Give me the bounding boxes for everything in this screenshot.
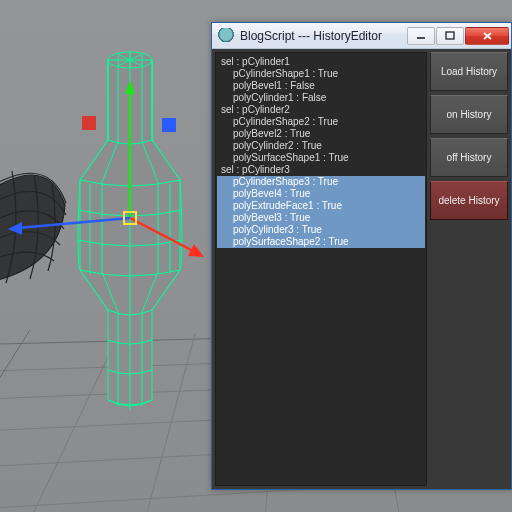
on-history-button[interactable]: on History — [430, 95, 508, 134]
svg-line-6 — [0, 330, 30, 512]
history-row[interactable]: polyBevel3 : True — [217, 212, 425, 224]
off-history-button[interactable]: off History — [430, 138, 508, 177]
close-button[interactable] — [465, 27, 509, 45]
history-row[interactable]: sel : pCylinder1 — [217, 56, 425, 68]
history-row[interactable]: polyBevel4 : True — [217, 188, 425, 200]
mesh-sphere[interactable] — [0, 171, 66, 285]
plane-handle-xy[interactable] — [162, 118, 176, 132]
delete-history-button[interactable]: delete History — [430, 181, 508, 220]
load-history-button[interactable]: Load History — [430, 52, 508, 91]
history-row[interactable]: polyCylinder2 : True — [217, 140, 425, 152]
button-column: Load History on History off History dele… — [430, 52, 508, 486]
maximize-button[interactable] — [436, 27, 464, 45]
history-row[interactable]: polyBevel2 : True — [217, 128, 425, 140]
history-row[interactable]: pCylinderShape2 : True — [217, 116, 425, 128]
plane-handle-yz[interactable] — [82, 116, 96, 130]
history-row[interactable]: pCylinderShape1 : True — [217, 68, 425, 80]
window-body: sel : pCylinder1pCylinderShape1 : Truepo… — [212, 49, 511, 489]
svg-rect-20 — [446, 32, 454, 39]
history-row[interactable]: polyExtrudeFace1 : True — [217, 200, 425, 212]
window-title: BlogScript --- HistoryEditor — [240, 29, 400, 43]
history-list[interactable]: sel : pCylinder1pCylinderShape1 : Truepo… — [215, 52, 427, 486]
app-icon — [218, 28, 234, 44]
minimize-button[interactable] — [407, 27, 435, 45]
svg-line-7 — [30, 332, 120, 512]
titlebar[interactable]: BlogScript --- HistoryEditor — [212, 23, 511, 49]
history-row[interactable]: sel : pCylinder2 — [217, 104, 425, 116]
history-row[interactable]: pCylinderShape3 : True — [217, 176, 425, 188]
history-row[interactable]: polyCylinder1 : False — [217, 92, 425, 104]
history-row[interactable]: polyBevel1 : False — [217, 80, 425, 92]
history-row[interactable]: polyCylinder3 : True — [217, 224, 425, 236]
history-row[interactable]: polySurfaceShape1 : True — [217, 152, 425, 164]
history-row[interactable]: sel : pCylinder3 — [217, 164, 425, 176]
history-editor-window: BlogScript --- HistoryEditor sel : pCyli… — [211, 22, 512, 490]
history-row[interactable]: polySurfaceShape2 : True — [217, 236, 425, 248]
